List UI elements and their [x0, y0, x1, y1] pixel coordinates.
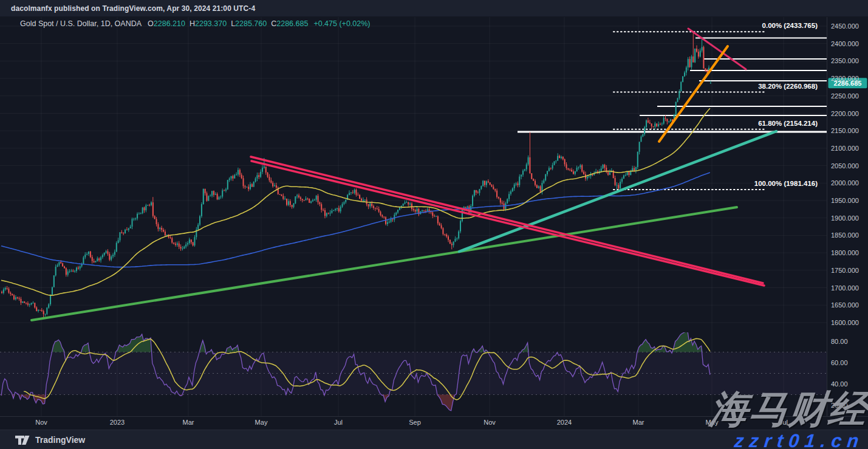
candle-body — [427, 210, 428, 211]
candle-body — [231, 176, 232, 179]
price-axis[interactable]: 2450.0002400.0002350.0002300.0002250.000… — [831, 22, 859, 409]
crimson-channel-upper[interactable] — [251, 157, 763, 283]
candle-body — [309, 199, 310, 203]
candle-body — [550, 168, 552, 169]
candle-body — [371, 204, 372, 206]
candle-body — [215, 194, 216, 194]
candle-body — [578, 167, 579, 168]
candle-body — [663, 118, 665, 123]
candle-body — [302, 199, 303, 200]
teal-trendline[interactable] — [459, 131, 776, 252]
candle-body — [121, 232, 122, 233]
candle-body — [5, 288, 6, 289]
candle-body — [644, 127, 645, 134]
candle-body — [3, 289, 4, 293]
candle-body — [479, 189, 480, 193]
candle-body — [206, 193, 207, 201]
candle-body — [241, 175, 242, 179]
candle-body — [157, 224, 159, 229]
candle-body — [52, 287, 53, 295]
candle-body — [555, 160, 556, 161]
candle-body — [583, 172, 584, 174]
candle-body — [399, 208, 400, 210]
candle-body — [630, 171, 631, 175]
candle-body — [102, 255, 103, 258]
candle-body — [244, 186, 245, 187]
candle-body — [333, 210, 334, 211]
candle-body — [383, 217, 384, 218]
candle-body — [391, 219, 392, 222]
candle-body — [604, 165, 605, 168]
time-axis[interactable]: Nov2023MarMayJulSepNov2024MarMayJul — [35, 419, 788, 426]
candle-body — [151, 202, 152, 205]
candle-body — [211, 191, 213, 196]
candle-body — [639, 142, 640, 151]
candle-body — [423, 210, 425, 211]
candle-body — [290, 201, 291, 205]
candle-body — [114, 252, 115, 255]
candle-body — [394, 214, 395, 219]
tradingview-logo-icon[interactable] — [15, 435, 30, 445]
candle-body — [29, 304, 30, 305]
candle-body — [126, 230, 128, 230]
candle-body — [592, 174, 593, 175]
candle-body — [182, 248, 183, 249]
candle-body — [493, 187, 494, 189]
candle-body — [474, 190, 475, 196]
candle-body — [163, 230, 164, 231]
candle-body — [123, 233, 124, 233]
candle-body — [552, 165, 553, 169]
candle-body — [144, 207, 145, 210]
candle-body — [238, 170, 239, 175]
candle-body — [698, 52, 699, 57]
candle-body — [90, 252, 91, 257]
candle-body — [533, 179, 534, 181]
candle-body — [490, 182, 491, 185]
candle-body — [138, 214, 140, 214]
candle-body — [1, 292, 2, 293]
rsi-tick-label: 20.00 — [831, 402, 848, 409]
candle-body — [564, 159, 566, 164]
candle-body — [627, 171, 628, 175]
candle-body — [409, 204, 411, 205]
chart-canvas[interactable]: 0.00% (2433.765)38.20% (2260.968)61.80% … — [0, 0, 868, 449]
candle-body — [442, 228, 443, 235]
candle-body — [703, 47, 704, 68]
candle-body — [149, 205, 150, 205]
candle-body — [700, 50, 701, 57]
ohlc-close-label: C — [271, 19, 276, 28]
candle-body — [682, 77, 683, 82]
candle-body — [270, 180, 272, 183]
candle-body — [258, 175, 259, 177]
candle-body — [494, 189, 496, 190]
candle-body — [620, 182, 621, 188]
candle-body — [76, 268, 77, 271]
candle-body — [691, 57, 692, 67]
tradingview-brand-text[interactable]: TradingView — [35, 435, 85, 445]
candle-body — [213, 191, 214, 194]
time-tick-label: Jul — [779, 419, 788, 426]
candle-body — [548, 168, 550, 171]
candle-body — [337, 208, 338, 209]
crimson-channel-lower[interactable] — [251, 161, 764, 286]
candle-body — [292, 205, 293, 207]
candle-body — [465, 207, 466, 208]
candle-body — [132, 219, 133, 227]
candle-body — [72, 270, 73, 271]
candle-body — [193, 242, 194, 245]
symbol-legend[interactable]: Gold Spot / U.S. Dollar, 1D, OANDA O2286… — [20, 19, 371, 29]
candle-body — [653, 126, 654, 127]
price-tick-label: 2200.000 — [831, 110, 859, 117]
rsi-tick-label: 40.00 — [831, 380, 848, 388]
candle-body — [375, 208, 376, 208]
price-tick-label: 2150.000 — [831, 127, 859, 134]
ohlc-high-value: 2293.370 — [195, 19, 227, 28]
candle-body — [491, 185, 493, 187]
candle-body — [8, 289, 9, 292]
green-trendline[interactable] — [32, 207, 737, 320]
candle-body — [169, 238, 171, 238]
candle-body — [500, 198, 501, 202]
candle-body — [236, 174, 237, 175]
candle-body — [573, 171, 574, 174]
candle-body — [284, 199, 285, 199]
